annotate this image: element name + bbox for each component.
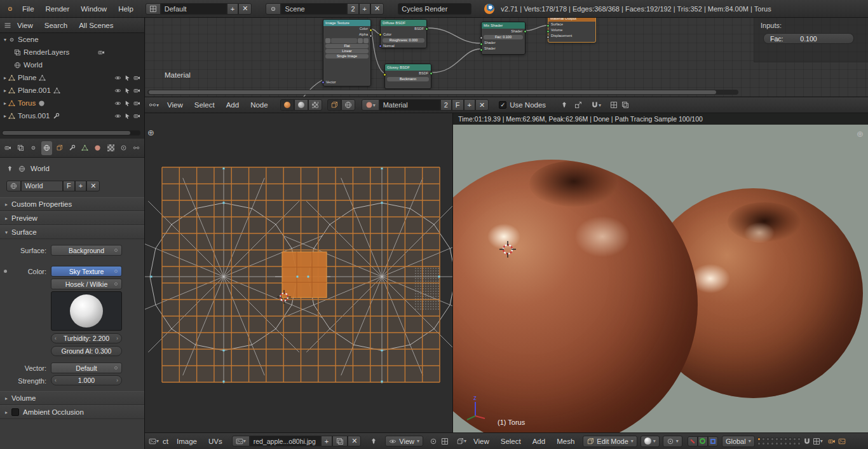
socket-color-out[interactable] <box>369 29 372 32</box>
image-unlink-button[interactable]: ✕ <box>348 436 361 446</box>
disclosure-icon[interactable]: ▸ <box>4 113 6 119</box>
rendered-view[interactable]: z (1) Torus ⊕ <box>453 125 868 432</box>
scene-users-badge[interactable]: 2 <box>347 3 358 15</box>
node-glossy-bsdf[interactable]: Glossy BSDF BSDF Beckmann <box>384 64 431 89</box>
material-users-badge[interactable]: 2 <box>440 99 452 111</box>
node-title[interactable]: Image Texture <box>323 20 370 26</box>
projection-select[interactable]: Flat <box>325 44 369 48</box>
slider-right-arrow[interactable]: › <box>116 335 118 342</box>
panel-ambient-occlusion[interactable]: ▸ Ambient Occlusion <box>0 405 144 419</box>
tab-render-layers[interactable] <box>15 141 26 155</box>
node-image-texture[interactable]: Image Texture Color Alpha Flat Linear Si… <box>323 19 371 86</box>
shader-type-world-button[interactable] <box>341 99 355 111</box>
world-name-field[interactable]: World <box>21 181 63 191</box>
menu-file[interactable]: File <box>17 5 40 13</box>
editor-type-image-icon[interactable] <box>149 438 156 445</box>
layers-widget[interactable] <box>757 438 801 445</box>
sky-model-select[interactable]: Hosek / Wilkie <box>51 279 122 289</box>
node-material-output[interactable]: Material Output Surface Volume Displacem… <box>548 18 596 43</box>
blender-menu-icon[interactable] <box>6 5 14 13</box>
tree-type-texture-button[interactable] <box>308 99 322 111</box>
tree-type-compositing-button[interactable] <box>294 99 308 111</box>
uv-pivot-icon[interactable] <box>430 438 437 445</box>
node-menu-select[interactable]: Select <box>189 101 220 109</box>
image-new-button[interactable]: + <box>321 436 332 446</box>
tree-type-shader-button[interactable] <box>280 99 294 111</box>
use-nodes-label[interactable]: Use Nodes <box>506 101 552 109</box>
disclosure-icon[interactable]: ▸ <box>4 88 6 93</box>
selectability-icon[interactable] <box>124 100 131 107</box>
distribution-select[interactable]: Beckmann <box>387 77 429 81</box>
socket-displacement-in[interactable] <box>546 36 550 39</box>
node-menu-add[interactable]: Add <box>220 101 245 109</box>
outliner-row-plane[interactable]: ▸ Plane <box>0 71 144 84</box>
uv-snap-icon[interactable] <box>441 438 449 445</box>
slider-left-arrow[interactable]: ‹ <box>55 377 57 383</box>
tab-modifiers[interactable] <box>67 141 78 155</box>
outliner-menu-search[interactable]: Search <box>39 22 73 29</box>
turbidity-slider[interactable]: ‹ Turbidity: 2.200 › <box>51 333 122 343</box>
tab-physics[interactable] <box>131 141 142 155</box>
renderability-icon[interactable] <box>133 113 140 120</box>
unlink-world-button[interactable]: ✕ <box>86 181 100 191</box>
socket-vector-in[interactable] <box>322 81 325 84</box>
selectability-icon[interactable] <box>124 87 131 94</box>
panel-custom-properties[interactable]: ▸ Custom Properties <box>0 197 144 211</box>
delete-scene-button[interactable]: ✕ <box>370 3 384 15</box>
orientation-select[interactable]: Global ▾ <box>722 436 755 447</box>
socket-shader1-in[interactable] <box>480 43 483 46</box>
outliner-row-plane001[interactable]: ▸ Plane.001 <box>0 84 144 97</box>
add-scene-button[interactable]: + <box>359 3 370 15</box>
image-pack-button[interactable] <box>332 436 348 446</box>
outliner-row-world[interactable]: World <box>0 59 144 71</box>
outliner-row-torus[interactable]: ▸ Torus <box>0 97 144 109</box>
screen-layout-browse-button[interactable] <box>146 3 161 15</box>
outliner-row-scene[interactable]: ▾ Scene <box>0 33 144 46</box>
color-texture-select[interactable]: Sky Texture <box>51 266 122 277</box>
editor-type-dropdown-icon[interactable]: ▾ <box>464 438 466 444</box>
socket-fac-in[interactable] <box>480 36 483 39</box>
socket-color-in[interactable] <box>383 73 386 76</box>
source-select[interactable]: Single Image <box>325 54 369 59</box>
ground-albedo-slider[interactable]: Ground Al: 0.300 <box>51 346 122 356</box>
socket-volume-in[interactable] <box>546 30 550 33</box>
tab-particles[interactable] <box>118 141 129 155</box>
render-opengl-anim-icon[interactable] <box>838 438 846 445</box>
pin-icon[interactable] <box>6 165 13 172</box>
editor-mode-select[interactable]: View ▾ <box>385 436 423 446</box>
socket-shader2-in[interactable] <box>480 48 483 52</box>
material-unlink-button[interactable]: ✕ <box>475 99 489 111</box>
render-toggle-icon[interactable] <box>98 49 105 56</box>
outliner-hscrollbar[interactable] <box>2 130 140 135</box>
clipped-menu-text[interactable]: ct <box>160 438 171 445</box>
select-menu[interactable]: Select <box>495 438 527 445</box>
uv-canvas[interactable] <box>145 113 452 432</box>
scene-browse-button[interactable] <box>266 3 281 15</box>
shader-type-object-button[interactable] <box>327 99 341 111</box>
panel-surface[interactable]: ▾ Surface <box>0 225 144 239</box>
sky-preview[interactable] <box>51 291 122 331</box>
socket-normal-in[interactable] <box>379 45 382 48</box>
material-add-button[interactable]: + <box>464 99 475 111</box>
renderability-icon[interactable] <box>133 100 140 107</box>
uvs-menu[interactable]: UVs <box>203 438 228 445</box>
node-title[interactable]: Mix Shader <box>482 22 525 29</box>
region-expand-icon[interactable]: ⊕ <box>857 130 864 138</box>
editor-type-dropdown-icon[interactable]: ▾ <box>156 438 159 444</box>
roughness-slider[interactable]: Roughness: 0.000 <box>383 38 424 43</box>
manipulator-scale-button[interactable] <box>708 436 718 446</box>
socket-bsdf-out[interactable] <box>425 27 428 31</box>
disclosure-icon[interactable]: ▸ <box>4 75 6 81</box>
slider-left-arrow[interactable]: ‹ <box>55 335 57 342</box>
copy-node-group-icon[interactable] <box>610 101 618 109</box>
visibility-eye-icon[interactable] <box>114 74 121 81</box>
region-expand-icon[interactable]: ⊕ <box>147 128 154 137</box>
outliner-display-mode[interactable]: All Scenes <box>73 22 119 29</box>
visibility-eye-icon[interactable] <box>114 100 121 107</box>
socket-bsdf-out[interactable] <box>430 72 433 75</box>
renderability-icon[interactable] <box>133 74 140 81</box>
manipulator-rotate-button[interactable] <box>698 436 708 446</box>
node-diffuse-bsdf[interactable]: Diffuse BSDF BSDF Color Roughness: 0.000… <box>380 19 427 48</box>
add-world-button[interactable]: + <box>75 181 86 191</box>
panel-preview[interactable]: ▸ Preview <box>0 211 144 225</box>
